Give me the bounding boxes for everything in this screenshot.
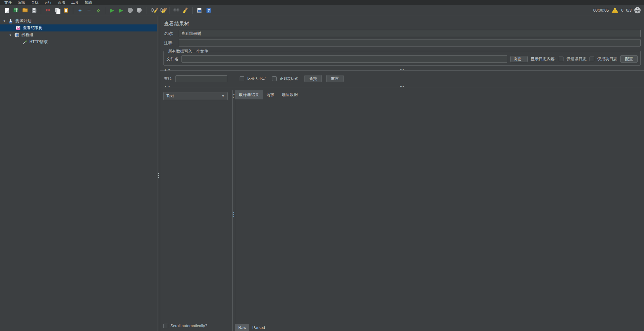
http-request-icon <box>22 39 27 45</box>
case-sensitive-label: 区分大小写 <box>247 76 266 81</box>
tree-item-view-results-tree[interactable]: 查看结果树 <box>0 24 157 31</box>
tab-request[interactable]: 请求 <box>263 90 278 99</box>
menu-run[interactable]: 运行 <box>41 0 55 5</box>
status-area: 00:00:05 0 0/3 <box>593 7 641 13</box>
tree-main-splitter[interactable]: ••• <box>157 16 160 331</box>
results-tree-icon <box>15 25 21 31</box>
page-title: 查看结果树 <box>164 21 644 27</box>
open-file-icon[interactable] <box>21 7 28 14</box>
copy-icon[interactable] <box>53 7 60 14</box>
comment-label: 注释: <box>164 40 179 46</box>
menu-file[interactable]: 文件 <box>1 0 15 5</box>
name-row: 名称: <box>164 30 641 37</box>
add-icon[interactable]: + <box>77 7 84 14</box>
search-row: 查找: 区分大小写 正则表达式 查找 重置 <box>164 75 641 82</box>
menu-tools[interactable]: 工具 <box>68 0 82 5</box>
toolbar-separator <box>105 7 105 14</box>
case-sensitive-checkbox[interactable] <box>240 76 244 81</box>
scroll-automatically-checkbox[interactable] <box>163 324 168 328</box>
browse-button[interactable]: 浏览... <box>510 56 527 62</box>
configure-button[interactable]: 配置 <box>620 55 638 63</box>
renderer-select[interactable]: Text ▼ <box>163 92 228 100</box>
thread-group-icon <box>14 32 19 38</box>
splitter-collapse-icons[interactable]: ▲▼ <box>164 85 171 88</box>
log-display-label: 显示日志内容: <box>531 56 556 62</box>
write-results-group: 所有数据写入一个文件 文件名 浏览... 显示日志内容: 仅错误日志 仅成功日志… <box>163 51 641 66</box>
results-list[interactable] <box>163 100 231 322</box>
tree-item-test-plan[interactable]: ▾ 测试计划 <box>0 17 157 24</box>
horizontal-splitter-bottom[interactable]: ▲▼ ••• <box>160 85 644 89</box>
clear-search-icon[interactable] <box>182 7 189 14</box>
splitter-collapse-icons[interactable]: ▲▼ <box>164 68 171 71</box>
start-no-pauses-icon[interactable]: ▶ <box>118 7 125 14</box>
horizontal-splitter-top[interactable]: ▲▼ ••• <box>160 68 644 72</box>
menu-bar: 文件 编辑 查找 运行 选项 工具 帮助 <box>0 0 644 5</box>
templates-icon[interactable] <box>12 7 19 14</box>
chevron-down-icon: ▼ <box>222 94 225 98</box>
tree-item-thread-group[interactable]: ▾ 线程组 <box>0 31 157 38</box>
success-only-checkbox[interactable] <box>590 57 594 61</box>
clear-all-icon[interactable] <box>159 7 166 14</box>
tab-parsed[interactable]: Parsed <box>249 324 268 331</box>
test-state-icon <box>634 7 641 13</box>
name-label: 名称: <box>164 31 179 36</box>
errors-only-label: 仅错误日志 <box>566 56 587 62</box>
function-helper-icon[interactable] <box>196 7 203 14</box>
results-splitter[interactable]: ◂▸ ••• <box>232 90 235 331</box>
search-label: 查找: <box>164 76 172 81</box>
search-icon[interactable] <box>173 7 180 14</box>
cut-icon[interactable]: ✂ <box>44 7 51 14</box>
toolbar-separator <box>73 7 73 14</box>
reset-button[interactable]: 重置 <box>326 75 344 82</box>
splitter-grip-icon[interactable]: ••• <box>400 85 404 88</box>
comment-input[interactable] <box>179 39 641 47</box>
tree-item-label: 测试计划 <box>15 18 31 24</box>
tab-response-data[interactable]: 响应数据 <box>278 90 301 99</box>
menu-search[interactable]: 查找 <box>28 0 41 5</box>
splitter-grip-icon[interactable]: ••• <box>400 68 404 72</box>
help-icon[interactable]: ? <box>205 7 212 14</box>
tab-raw[interactable]: Raw <box>235 324 249 331</box>
results-area: Text ▼ Scroll automatically? ◂▸ ••• 取样 <box>160 90 644 331</box>
new-file-icon[interactable] <box>3 7 10 14</box>
errors-only-checkbox[interactable] <box>559 57 563 61</box>
jmeter-window: 文件 编辑 查找 运行 选项 工具 帮助 ✂ + − ⇄ ▶ ▶ <box>0 0 644 331</box>
chevron-down-icon[interactable]: ▾ <box>3 19 6 23</box>
splitter-grip-icon[interactable]: ••• <box>157 172 160 178</box>
clear-icon[interactable] <box>150 7 157 14</box>
splitter-grip-icon[interactable]: ••• <box>233 212 235 218</box>
tree-item-label: HTTP请求 <box>29 39 48 45</box>
warning-icon[interactable] <box>612 7 619 13</box>
tree-item-http-request[interactable]: HTTP请求 <box>0 38 157 46</box>
menu-options[interactable]: 选项 <box>55 0 68 5</box>
find-button[interactable]: 查找 <box>304 75 322 82</box>
filename-input[interactable] <box>181 55 507 63</box>
toggle-icon[interactable]: ⇄ <box>95 7 102 14</box>
toolbar-separator <box>41 7 41 14</box>
save-icon[interactable] <box>30 7 37 14</box>
test-plan-icon <box>8 18 13 24</box>
splitter-onetouch-icons[interactable]: ◂▸ <box>233 93 235 98</box>
name-input[interactable] <box>179 30 641 37</box>
result-tab-content[interactable] <box>235 99 644 324</box>
remove-icon[interactable]: − <box>86 7 93 14</box>
renderer-value: Text <box>166 94 174 98</box>
search-input[interactable] <box>175 75 227 82</box>
elapsed-time: 00:00:05 <box>593 8 609 13</box>
chevron-down-icon[interactable]: ▾ <box>9 33 12 37</box>
filename-row: 文件名 浏览... 显示日志内容: 仅错误日志 仅成功日志 配置 <box>166 55 638 63</box>
start-icon[interactable]: ▶ <box>109 7 116 14</box>
view-results-tree-panel: 查看结果树 名称: 注释: 所有数据写入一个文件 文件名 浏览... 显示日志内… <box>160 16 644 331</box>
result-detail-pane: 取样器结果 请求 响应数据 Raw Parsed <box>235 90 644 331</box>
toolbar: ✂ + − ⇄ ▶ ▶ ? 00:00:05 0 0/3 <box>0 5 644 16</box>
error-count: 0 <box>621 8 624 13</box>
regex-checkbox[interactable] <box>272 76 277 81</box>
tab-sampler-result[interactable]: 取样器结果 <box>235 90 263 99</box>
comment-row: 注释: <box>164 39 641 47</box>
app-body: ▾ 测试计划 查看结果树 ▾ 线程组 <box>0 16 644 331</box>
menu-help[interactable]: 帮助 <box>82 0 95 5</box>
test-plan-tree: ▾ 测试计划 查看结果树 ▾ 线程组 <box>0 16 157 331</box>
regex-label: 正则表达式 <box>280 76 298 81</box>
paste-icon[interactable] <box>62 7 70 14</box>
menu-edit[interactable]: 编辑 <box>15 0 28 5</box>
